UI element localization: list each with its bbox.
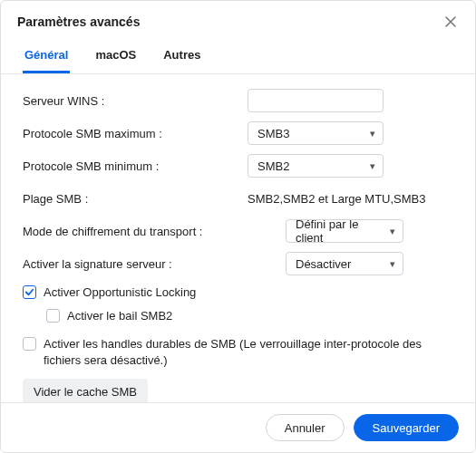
smb-range-value: SMB2,SMB2 et Large MTU,SMB3 <box>248 192 426 206</box>
chevron-down-icon: ▾ <box>390 258 395 270</box>
row-smb2-lease: Activer le bail SMB2 <box>46 308 453 324</box>
transport-enc-label: Mode de chiffrement du transport : <box>23 225 286 238</box>
wins-input[interactable] <box>248 89 384 112</box>
advanced-settings-dialog: Paramètres avancés Général macOS Autres … <box>0 0 476 453</box>
chevron-down-icon: ▾ <box>370 128 375 140</box>
dialog-header: Paramètres avancés <box>1 1 475 37</box>
smb-min-select[interactable]: SMB2 ▾ <box>248 154 384 178</box>
smb-max-label: Protocole SMB maximum : <box>23 127 248 140</box>
durable-handles-label: Activer les handles durables de SMB (Le … <box>44 336 453 368</box>
dialog-body: Serveur WINS : Protocole SMB maximum : S… <box>1 74 475 402</box>
server-sign-value: Désactiver <box>296 257 351 271</box>
smb-max-select[interactable]: SMB3 ▾ <box>248 121 384 145</box>
tab-others[interactable]: Autres <box>161 43 202 73</box>
save-button[interactable]: Sauvegarder <box>354 414 459 441</box>
row-server-sign: Activer la signature serveur : Désactive… <box>23 250 453 277</box>
oplock-checkbox[interactable] <box>23 285 36 299</box>
oplock-label: Activer Opportunistic Locking <box>44 284 196 301</box>
dialog-footer: Annuler Sauvegarder <box>1 402 475 452</box>
row-wins-server: Serveur WINS : <box>23 87 453 114</box>
row-durable-handles: Activer les handles durables de SMB (Le … <box>23 336 453 368</box>
row-smb-min: Protocole SMB minimum : SMB2 ▾ <box>23 152 453 179</box>
close-icon <box>445 16 456 27</box>
tab-general[interactable]: Général <box>23 43 70 73</box>
tab-bar: Général macOS Autres <box>1 37 475 74</box>
transport-enc-value: Défini par le client <box>296 217 384 245</box>
row-smb-max: Protocole SMB maximum : SMB3 ▾ <box>23 120 453 147</box>
cancel-button[interactable]: Annuler <box>266 414 345 441</box>
close-button[interactable] <box>442 14 459 30</box>
server-sign-label: Activer la signature serveur : <box>23 257 286 271</box>
smb-range-label: Plage SMB : <box>23 192 248 206</box>
row-smb-range: Plage SMB : SMB2,SMB2 et Large MTU,SMB3 <box>23 185 453 212</box>
row-transport-enc: Mode de chiffrement du transport : Défin… <box>23 217 453 245</box>
durable-handles-checkbox[interactable] <box>23 337 36 351</box>
chevron-down-icon: ▾ <box>370 160 375 172</box>
transport-enc-select[interactable]: Défini par le client ▾ <box>286 219 403 243</box>
server-sign-select[interactable]: Désactiver ▾ <box>286 252 403 275</box>
dialog-title: Paramètres avancés <box>17 14 140 29</box>
smb-max-value: SMB3 <box>257 127 289 140</box>
smb-min-value: SMB2 <box>257 159 289 173</box>
chevron-down-icon: ▾ <box>390 226 395 237</box>
smb2-lease-label: Activer le bail SMB2 <box>67 308 172 324</box>
smb2-lease-checkbox[interactable] <box>46 309 60 323</box>
smb-min-label: Protocole SMB minimum : <box>23 159 248 173</box>
tab-macos[interactable]: macOS <box>93 43 138 73</box>
clear-smb-cache-button[interactable]: Vider le cache SMB <box>23 379 148 402</box>
wins-label: Serveur WINS : <box>23 94 248 108</box>
check-icon <box>24 287 34 297</box>
row-oplock: Activer Opportunistic Locking <box>23 284 453 301</box>
